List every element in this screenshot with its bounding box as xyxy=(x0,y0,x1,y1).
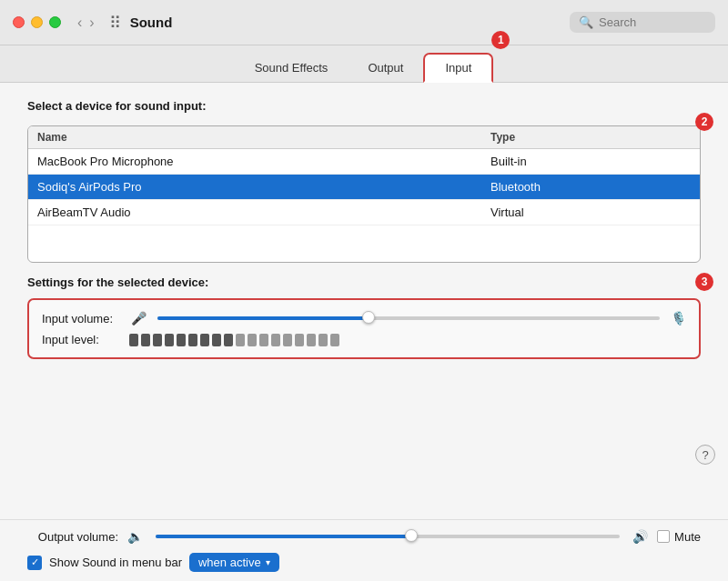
input-volume-slider[interactable] xyxy=(157,316,660,320)
input-level-row: Input level: xyxy=(42,333,686,346)
device-type: Bluetooth xyxy=(490,180,691,194)
level-bar xyxy=(271,334,280,346)
search-bar[interactable]: 🔍 xyxy=(570,12,715,33)
annotation-badge-3: 3 xyxy=(695,273,713,291)
level-bar xyxy=(141,334,150,346)
device-type: Built-in xyxy=(490,155,691,168)
level-bar xyxy=(330,334,339,346)
slider-fill xyxy=(157,316,369,320)
device-type: Virtual xyxy=(490,205,691,219)
window-controls xyxy=(13,16,61,28)
column-header-name: Name xyxy=(37,131,490,144)
settings-heading: Settings for the selected device: xyxy=(27,275,701,289)
input-level-bars xyxy=(129,334,339,346)
output-volume-row: Output volume: 🔈 🔊 Mute xyxy=(27,529,701,544)
device-name: MacBook Pro Microphone xyxy=(37,155,490,168)
level-bar xyxy=(153,334,162,346)
tab-sound-effects[interactable]: Sound Effects xyxy=(235,55,349,81)
input-volume-label: Input volume: xyxy=(42,312,124,326)
nav-arrows: ‹ › xyxy=(76,15,96,31)
menubar-label: Show Sound in menu bar xyxy=(49,556,182,569)
tab-input[interactable]: Input xyxy=(423,53,493,83)
output-volume-slider[interactable] xyxy=(156,535,620,538)
level-bar xyxy=(283,334,292,346)
mute-checkbox[interactable]: Mute xyxy=(657,530,701,544)
search-icon: 🔍 xyxy=(579,15,593,29)
device-row[interactable]: MacBook Pro Microphone Built-in xyxy=(28,149,700,175)
volume-high-icon: 🔊 xyxy=(632,529,648,544)
vol-slider-fill xyxy=(156,535,411,538)
device-row[interactable]: AirBeamTV Audio Virtual xyxy=(28,200,700,225)
level-bar xyxy=(212,334,221,346)
level-bar xyxy=(248,334,257,346)
input-volume-row: Input volume: 🎤 🎙️ xyxy=(42,311,686,326)
level-bar xyxy=(188,334,197,346)
back-button[interactable]: ‹ xyxy=(76,15,84,31)
level-bar xyxy=(165,334,174,346)
tab-bar: Sound Effects Output Input 1 xyxy=(0,45,728,83)
device-name: Sodiq's AirPods Pro xyxy=(37,180,490,194)
device-row-selected[interactable]: Sodiq's AirPods Pro Bluetooth xyxy=(28,175,700,200)
input-level-label: Input level: xyxy=(42,333,124,346)
mic-low-icon: 🎤 xyxy=(131,311,147,326)
menubar-checkbox[interactable]: ✓ xyxy=(27,556,42,570)
mute-check-box[interactable] xyxy=(657,530,670,543)
minimize-button[interactable] xyxy=(31,16,43,28)
device-list: Name Type MacBook Pro Microphone Built-i… xyxy=(27,125,701,263)
menubar-row: ✓ Show Sound in menu bar when active ▾ xyxy=(27,553,701,572)
level-bar xyxy=(200,334,209,346)
chevron-down-icon: ▾ xyxy=(266,557,270,567)
annotation-badge-1: 1 xyxy=(491,31,510,49)
menubar-option-value: when active xyxy=(198,556,261,569)
tab-output[interactable]: Output xyxy=(348,55,423,81)
vol-slider-thumb[interactable] xyxy=(405,529,418,542)
level-bar xyxy=(295,334,304,346)
grid-icon: ⠿ xyxy=(109,13,121,33)
device-name: AirBeamTV Audio xyxy=(37,205,490,219)
maximize-button[interactable] xyxy=(49,16,61,28)
bottom-bar: Output volume: 🔈 🔊 Mute ✓ Show Sound in … xyxy=(0,519,728,581)
level-bar xyxy=(129,334,138,346)
device-list-header: Name Type xyxy=(28,126,700,149)
window-title: Sound xyxy=(130,15,561,30)
device-section-heading: Select a device for sound input: xyxy=(27,99,701,113)
mic-high-icon: 🎙️ xyxy=(671,311,686,326)
level-bar xyxy=(177,334,186,346)
device-list-empty-space xyxy=(28,225,700,262)
level-bar xyxy=(224,334,233,346)
close-button[interactable] xyxy=(13,16,25,28)
annotation-badge-2: 2 xyxy=(695,113,713,131)
menubar-option-dropdown[interactable]: when active ▾ xyxy=(189,553,279,572)
level-bar xyxy=(236,334,245,346)
level-bar xyxy=(307,334,316,346)
forward-button[interactable]: › xyxy=(87,15,96,31)
titlebar: ‹ › ⠿ Sound 🔍 xyxy=(0,0,728,45)
level-bar xyxy=(318,334,328,346)
column-header-type: Type xyxy=(490,131,691,144)
output-volume-label: Output volume: xyxy=(27,530,118,544)
mute-label: Mute xyxy=(674,530,701,544)
search-input[interactable] xyxy=(599,15,708,29)
settings-box: Input volume: 🎤 🎙️ Input level: xyxy=(27,298,701,359)
slider-thumb[interactable] xyxy=(362,311,375,324)
level-bar xyxy=(259,334,268,346)
help-button[interactable]: ? xyxy=(695,445,715,465)
main-content: Select a device for sound input: 2 Name … xyxy=(0,83,728,519)
volume-low-icon: 🔈 xyxy=(127,529,143,544)
